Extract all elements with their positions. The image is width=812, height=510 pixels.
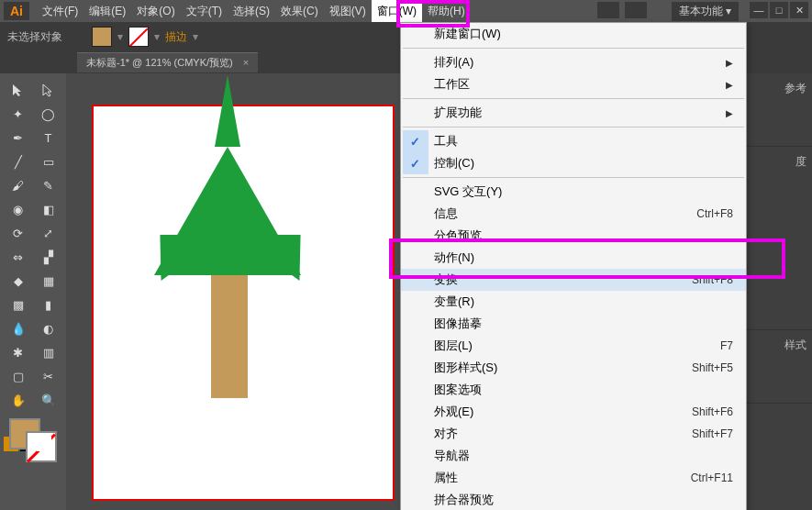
mesh-tool[interactable]: ▩	[4, 294, 32, 316]
fill-stroke-swatches[interactable]	[4, 413, 62, 464]
magic-wand-tool[interactable]: ✦	[4, 103, 32, 125]
check-icon: ✓	[410, 135, 420, 149]
shortcut-label: Shift+F5	[692, 361, 733, 374]
menu-item-appearance[interactable]: 外观(E)Shift+F6	[401, 401, 746, 423]
rectangle-tool[interactable]: ▭	[34, 150, 62, 172]
submenu-arrow-icon: ▶	[726, 108, 733, 118]
menu-item-transform[interactable]: 变换Shift+F8	[401, 269, 746, 291]
selection-tool[interactable]	[4, 79, 32, 101]
scale-tool[interactable]: ⤢	[34, 222, 62, 244]
menu-select[interactable]: 选择(S)	[228, 0, 275, 22]
submenu-arrow-icon: ▶	[726, 58, 733, 68]
menu-window[interactable]: 窗口(W)	[372, 0, 422, 22]
menu-item-workspace[interactable]: 工作区▶	[401, 73, 746, 95]
menu-item-svg-interactivity[interactable]: SVG 交互(Y)	[401, 181, 746, 203]
stroke-swatch[interactable]	[128, 27, 149, 47]
symbol-sprayer-tool[interactable]: ✱	[4, 341, 32, 363]
menu-file[interactable]: 文件(F)	[37, 0, 83, 22]
arrange-icon[interactable]	[625, 2, 647, 18]
stroke-dropdown-icon[interactable]: ▾	[154, 30, 160, 43]
menu-item-info[interactable]: 信息Ctrl+F8	[401, 203, 746, 225]
app-logo: Ai	[4, 2, 29, 20]
menu-item-pattern-options[interactable]: 图案选项	[401, 379, 746, 401]
menu-item-actions[interactable]: 动作(N)	[401, 247, 746, 269]
pen-tool[interactable]: ✒	[4, 127, 32, 149]
menu-help[interactable]: 帮助(H)	[422, 0, 471, 22]
layout-icon[interactable]	[597, 2, 619, 18]
eyedropper-tool[interactable]: 💧	[4, 317, 32, 339]
blend-tool[interactable]: ◐	[34, 317, 62, 339]
menu-item-graphic-styles[interactable]: 图形样式(S)Shift+F5	[401, 357, 746, 379]
menu-separator	[403, 98, 744, 99]
submenu-arrow-icon: ▶	[726, 80, 733, 90]
hand-tool[interactable]: ✋	[4, 389, 32, 411]
graph-tool[interactable]: ▥	[34, 341, 62, 363]
selection-status: 未选择对象	[7, 29, 62, 45]
tools-panel: ✦ ◯ ✒ T ╱ ▭ 🖌 ✎ ◉ ◧ ⟳ ⤢ ⇔ ▞ ◆ ▦ ▩ ▮ 💧 ◐ …	[0, 73, 66, 510]
menu-view[interactable]: 视图(V)	[324, 0, 372, 22]
type-tool[interactable]: T	[34, 127, 62, 149]
menu-object[interactable]: 对象(O)	[131, 0, 180, 22]
stroke-weight-dropdown-icon[interactable]: ▾	[193, 30, 198, 43]
direct-selection-tool[interactable]	[34, 79, 62, 101]
menu-item-layers[interactable]: 图层(L)F7	[401, 335, 746, 357]
shape-builder-tool[interactable]: ◆	[4, 270, 32, 292]
menu-item-new-window[interactable]: 新建窗口(W)	[401, 23, 746, 45]
shortcut-label: Shift+F7	[692, 427, 733, 440]
slice-tool[interactable]: ✂	[34, 365, 62, 387]
width-tool[interactable]: ⇔	[4, 246, 32, 268]
shortcut-label: F7	[720, 339, 733, 352]
menu-item-variables[interactable]: 变量(R)	[401, 291, 746, 313]
document-tab-title: 未标题-1* @ 121% (CMYK/预览)	[86, 57, 233, 68]
menu-item-align[interactable]: 对齐Shift+F7	[401, 423, 746, 445]
fill-swatch[interactable]	[92, 27, 112, 47]
menu-item-flattener-preview[interactable]: 拼合器预览	[401, 489, 746, 510]
artboard[interactable]	[92, 105, 395, 501]
eraser-tool[interactable]: ◧	[34, 198, 62, 220]
menu-separator	[403, 177, 744, 178]
menu-item-navigator[interactable]: 导航器	[401, 445, 746, 467]
shortcut-label: Shift+F6	[692, 405, 733, 418]
perspective-tool[interactable]: ▦	[34, 270, 62, 292]
menu-separator	[403, 127, 744, 128]
maximize-button[interactable]: □	[770, 2, 788, 18]
fill-dropdown-icon[interactable]: ▾	[117, 30, 123, 43]
gradient-tool[interactable]: ▮	[34, 294, 62, 316]
zoom-tool[interactable]: 🔍	[34, 389, 62, 411]
paintbrush-tool[interactable]: 🖌	[4, 174, 32, 196]
shortcut-label: Ctrl+F11	[691, 471, 733, 484]
menu-item-separations-preview[interactable]: 分色预览	[401, 225, 746, 247]
artboard-tool[interactable]: ▢	[4, 365, 32, 387]
lasso-tool[interactable]: ◯	[34, 103, 62, 125]
menu-item-attributes[interactable]: 属性Ctrl+F11	[401, 467, 746, 489]
shortcut-label: Shift+F8	[692, 273, 733, 286]
tree-top-shape[interactable]	[154, 147, 301, 275]
menubar: Ai 文件(F) 编辑(E) 对象(O) 文字(T) 选择(S) 效果(C) 视…	[0, 0, 812, 22]
workspace-switcher-label: 基本功能	[679, 5, 723, 17]
menu-item-tools[interactable]: ✓工具	[401, 130, 746, 152]
blob-brush-tool[interactable]: ◉	[4, 198, 32, 220]
check-icon: ✓	[410, 157, 420, 171]
free-transform-tool[interactable]: ▞	[34, 246, 62, 268]
stroke-label[interactable]: 描边	[165, 29, 187, 45]
menu-item-image-trace[interactable]: 图像描摹	[401, 313, 746, 335]
menu-edit[interactable]: 编辑(E)	[83, 0, 131, 22]
menu-effect[interactable]: 效果(C)	[275, 0, 324, 22]
workspace-switcher[interactable]: 基本功能 ▾	[672, 2, 739, 21]
document-tab[interactable]: 未标题-1* @ 121% (CMYK/预览) ×	[77, 52, 258, 72]
menu-type[interactable]: 文字(T)	[181, 0, 228, 22]
menu-item-arrange[interactable]: 排列(A)▶	[401, 51, 746, 73]
menu-item-extensions[interactable]: 扩展功能▶	[401, 102, 746, 124]
rotate-tool[interactable]: ⟳	[4, 222, 32, 244]
none-mode-icon[interactable]	[37, 437, 51, 451]
tree-trunk-shape[interactable]	[211, 261, 248, 398]
close-tab-icon[interactable]: ×	[243, 57, 249, 68]
minimize-button[interactable]: —	[750, 2, 768, 18]
shortcut-label: Ctrl+F8	[696, 207, 733, 220]
pencil-tool[interactable]: ✎	[34, 174, 62, 196]
line-tool[interactable]: ╱	[4, 150, 32, 172]
menu-separator	[403, 48, 744, 49]
menu-item-control[interactable]: ✓控制(C)	[401, 152, 746, 174]
close-button[interactable]: ✕	[790, 2, 808, 18]
window-menu-dropdown: 新建窗口(W) 排列(A)▶ 工作区▶ 扩展功能▶ ✓工具 ✓控制(C) SVG…	[400, 22, 747, 510]
